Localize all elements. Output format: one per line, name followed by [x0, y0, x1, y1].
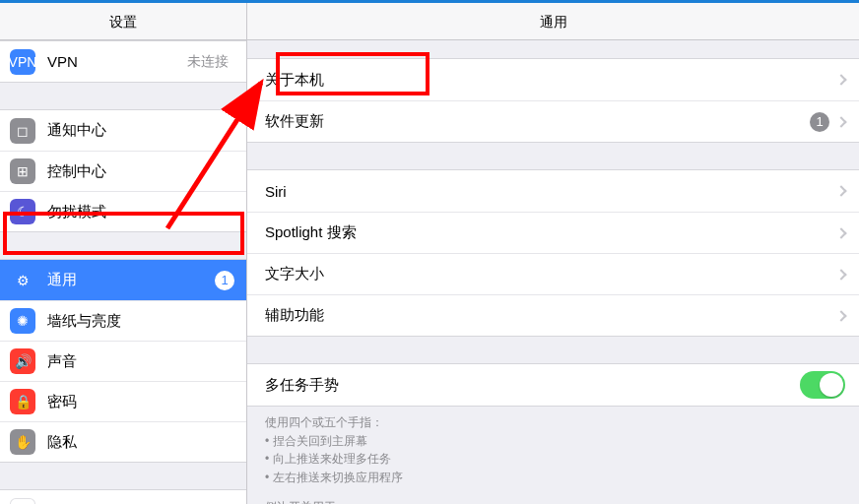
chevron-right-icon [835, 116, 846, 127]
sidebar-group-network: VPN VPN 未连接 [0, 40, 246, 83]
sidebar-item-vpn[interactable]: VPN VPN 未连接 [0, 41, 246, 82]
wallpaper-icon: ✺ [10, 308, 35, 334]
detail-pane: 通用 关于本机 软件更新 1 Siri Spotlight 搜索 [246, 3, 859, 504]
detail-group-multitask: 多任务手势 [247, 363, 859, 407]
general-badge: 1 [215, 271, 234, 290]
sidebar: 设置 VPN VPN 未连接 ◻ 通知中心 ⊞ 控制中心 ☾ 勿扰模式 [0, 3, 246, 504]
sidebar-item-label: 控制中心 [47, 162, 234, 181]
sidebar-group-accounts: ☁ iCloud ✉ 邮件、通讯录、日历 [0, 489, 246, 504]
side-switch-header: 侧边开关用于 [247, 490, 859, 504]
vpn-status: 未连接 [187, 53, 229, 71]
detail-item-multitask-gestures[interactable]: 多任务手势 [247, 364, 859, 406]
detail-item-label: 软件更新 [265, 112, 810, 131]
detail-item-software-update[interactable]: 软件更新 1 [247, 100, 859, 142]
detail-item-accessibility[interactable]: 辅助功能 [247, 294, 859, 336]
sidebar-item-sounds[interactable]: 🔊 声音 [0, 341, 246, 381]
gear-icon: ⚙ [10, 268, 35, 293]
detail-item-label: Siri [265, 183, 829, 200]
cloud-icon: ☁ [10, 498, 35, 505]
sidebar-item-notifications[interactable]: ◻ 通知中心 [0, 110, 246, 151]
sidebar-item-label: 声音 [47, 352, 234, 371]
speaker-icon: 🔊 [10, 348, 35, 374]
sidebar-item-passcode[interactable]: 🔒 密码 [0, 381, 246, 421]
detail-group-features: Siri Spotlight 搜索 文字大小 辅助功能 [247, 169, 859, 337]
sidebar-item-general[interactable]: ⚙ 通用 1 [0, 260, 246, 300]
chevron-right-icon [835, 310, 846, 321]
chevron-right-icon [835, 269, 846, 280]
sidebar-item-do-not-disturb[interactable]: ☾ 勿扰模式 [0, 191, 246, 231]
sidebar-item-control-center[interactable]: ⊞ 控制中心 [0, 151, 246, 191]
settings-screen: 设置 VPN VPN 未连接 ◻ 通知中心 ⊞ 控制中心 ☾ 勿扰模式 [0, 0, 859, 504]
detail-item-label: 文字大小 [265, 265, 829, 284]
notification-center-icon: ◻ [10, 118, 35, 144]
detail-item-label: 辅助功能 [265, 306, 829, 325]
chevron-right-icon [835, 185, 846, 196]
sidebar-item-label: 密码 [47, 393, 234, 411]
sidebar-item-label: 勿扰模式 [47, 203, 234, 221]
hand-icon: ✋ [10, 429, 35, 455]
detail-item-label: 关于本机 [265, 71, 829, 90]
update-badge: 1 [810, 112, 829, 132]
sidebar-title: 设置 [0, 3, 246, 40]
sidebar-item-label: VPN [47, 53, 187, 70]
multitask-footer: 使用四个或五个手指： • 捏合关回到主屏幕 • 向上推送来处理多任务 • 左右推… [247, 407, 859, 490]
sidebar-item-icloud[interactable]: ☁ iCloud [0, 490, 246, 504]
detail-item-about[interactable]: 关于本机 [247, 59, 859, 100]
detail-title: 通用 [247, 3, 859, 40]
multitask-toggle[interactable] [800, 371, 845, 399]
detail-item-spotlight[interactable]: Spotlight 搜索 [247, 212, 859, 253]
detail-item-text-size[interactable]: 文字大小 [247, 253, 859, 294]
chevron-right-icon [835, 74, 846, 85]
sidebar-group-appearance: ⚙ 通用 1 ✺ 墙纸与亮度 🔊 声音 🔒 密码 ✋ 隐私 [0, 259, 246, 463]
sidebar-item-label: 通用 [47, 271, 215, 289]
detail-item-label: 多任务手势 [265, 376, 800, 395]
detail-item-siri[interactable]: Siri [247, 170, 859, 212]
chevron-right-icon [835, 227, 846, 238]
sidebar-item-label: 隐私 [47, 433, 234, 452]
control-center-icon: ⊞ [10, 158, 35, 184]
sidebar-item-label: 通知中心 [47, 121, 234, 140]
moon-icon: ☾ [10, 199, 35, 224]
sidebar-group-system: ◻ 通知中心 ⊞ 控制中心 ☾ 勿扰模式 [0, 109, 246, 232]
detail-group-about: 关于本机 软件更新 1 [247, 58, 859, 143]
lock-icon: 🔒 [10, 389, 35, 414]
toggle-knob [820, 373, 843, 397]
sidebar-item-label: 墙纸与亮度 [47, 312, 234, 331]
sidebar-item-privacy[interactable]: ✋ 隐私 [0, 421, 246, 462]
sidebar-item-wallpaper[interactable]: ✺ 墙纸与亮度 [0, 300, 246, 341]
detail-item-label: Spotlight 搜索 [265, 223, 829, 242]
vpn-icon: VPN [10, 49, 35, 75]
